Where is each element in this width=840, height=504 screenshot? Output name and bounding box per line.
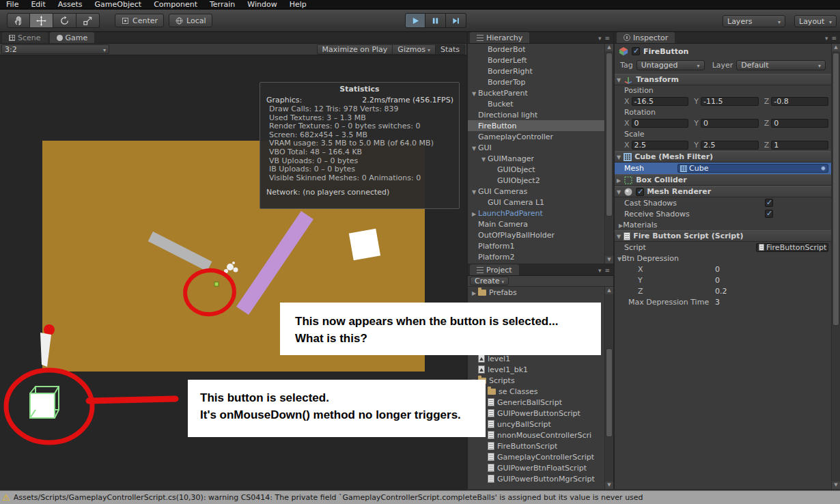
local-button[interactable]: Local <box>169 14 212 27</box>
menu-terrain[interactable]: Terrain <box>204 0 241 10</box>
move-tool-button[interactable] <box>30 13 53 28</box>
layout-dropdown[interactable]: Layout <box>794 15 837 27</box>
center-button[interactable]: Center <box>115 14 164 27</box>
scale-x-field[interactable]: 2.5 <box>632 141 689 150</box>
scale-tool-button[interactable] <box>76 13 100 28</box>
menu-file[interactable]: File <box>0 0 25 10</box>
menu-component[interactable]: Component <box>148 0 204 10</box>
hierarchy-item-selected[interactable]: FireButton <box>468 120 604 131</box>
tab-scene[interactable]: Scene <box>2 32 48 43</box>
hierarchy-item[interactable]: Platform2 <box>468 251 604 262</box>
position-y-field[interactable]: -11.5 <box>701 97 759 106</box>
foldout-arrow[interactable] <box>617 75 621 84</box>
panel-menu-icon[interactable] <box>598 35 611 42</box>
active-checkbox[interactable] <box>632 47 640 55</box>
project-item-script[interactable]: GenericBallScript <box>468 397 604 408</box>
mesh-field-row-selected[interactable]: Mesh Cube <box>615 163 831 174</box>
btn-depression-z-value[interactable]: 0.2 <box>715 287 727 296</box>
mesh-object-field[interactable]: Cube <box>677 164 828 173</box>
mesh-renderer-header[interactable]: Mesh Renderer <box>615 186 831 197</box>
layers-dropdown[interactable]: Layers <box>723 15 785 27</box>
tab-hierarchy[interactable]: Hierarchy <box>470 32 529 43</box>
project-item-script[interactable]: FireButtonScript <box>468 440 604 451</box>
btn-depression-row[interactable]: Btn Depression <box>615 253 831 264</box>
rotation-x-field[interactable]: 0 <box>632 119 689 128</box>
scroll-down-icon[interactable] <box>832 481 840 489</box>
scrollbar-thumb[interactable] <box>832 53 839 326</box>
hierarchy-item[interactable]: GUI <box>468 142 604 153</box>
layer-dropdown[interactable]: Default <box>736 60 826 70</box>
foldout-arrow[interactable] <box>470 143 478 152</box>
maximize-on-play-button[interactable]: Maximize on Play <box>317 44 393 55</box>
gizmos-button[interactable]: Gizmos <box>393 44 436 55</box>
hierarchy-scrollbar[interactable] <box>604 44 613 264</box>
pause-button[interactable] <box>425 13 446 28</box>
foldout-arrow[interactable] <box>470 187 478 196</box>
menu-window[interactable]: Window <box>241 0 283 10</box>
project-item-scene[interactable]: level1_bk1 <box>468 364 604 375</box>
hierarchy-item[interactable]: BucketParent <box>468 87 604 98</box>
fire-button-script-header[interactable]: Fire Button Script (Script) <box>615 230 831 242</box>
panel-menu-icon[interactable] <box>825 35 837 42</box>
status-bar[interactable]: Assets/Scripts/GameplayControllerScript.… <box>0 490 840 504</box>
hierarchy-item[interactable]: GUI Cameras <box>468 186 604 197</box>
scroll-up-icon[interactable] <box>832 44 840 51</box>
project-item-script[interactable]: nnonMouseControllerScri <box>468 430 604 440</box>
foldout-arrow[interactable] <box>617 232 621 240</box>
menu-gameobject[interactable]: GameObject <box>89 0 148 10</box>
aspect-ratio-dropdown[interactable]: 3:2 <box>1 44 109 54</box>
scroll-up-icon[interactable] <box>605 287 613 294</box>
tab-project[interactable]: Project <box>470 264 519 275</box>
panel-menu-icon[interactable] <box>598 267 611 274</box>
hierarchy-item[interactable]: GUIObject2 <box>468 175 604 186</box>
hierarchy-item[interactable]: GUI Camera L1 <box>468 197 604 208</box>
materials-row[interactable]: Materials <box>615 219 831 230</box>
object-name-field[interactable]: FireButton <box>643 47 688 56</box>
scale-y-field[interactable]: 2.5 <box>701 141 759 150</box>
menu-help[interactable]: Help <box>283 0 313 10</box>
step-button[interactable] <box>446 13 466 28</box>
hierarchy-item-prefab[interactable]: LaunchPadParent <box>468 208 604 219</box>
hierarchy-item[interactable]: GUIManager <box>468 153 604 164</box>
rotation-z-field[interactable]: 0 <box>771 119 828 128</box>
script-object-field[interactable]: FireButtonScript <box>756 243 828 252</box>
max-depression-value[interactable]: 3 <box>715 298 720 307</box>
create-button[interactable]: Create <box>470 277 509 285</box>
hierarchy-item[interactable]: Platform1 <box>468 240 604 251</box>
foldout-arrow[interactable] <box>617 152 621 161</box>
object-picker-icon[interactable] <box>821 166 826 171</box>
project-item-folder[interactable]: Scripts <box>468 375 604 386</box>
hand-tool-button[interactable] <box>7 13 30 28</box>
hierarchy-item[interactable]: BorderLeft <box>468 55 604 66</box>
hierarchy-item[interactable]: OutOfPlayBallHolder <box>468 229 604 240</box>
menu-edit[interactable]: Edit <box>25 0 51 10</box>
rotation-y-field[interactable]: 0 <box>701 119 759 128</box>
project-item-script[interactable]: GUIPowerButtonMgrScript <box>468 473 604 484</box>
component-enabled-checkbox[interactable] <box>636 188 644 196</box>
project-item-folder[interactable]: Prefabs <box>468 287 604 298</box>
foldout-arrow[interactable] <box>479 154 488 163</box>
foldout-arrow[interactable] <box>470 89 478 98</box>
project-item-folder[interactable]: se Classes <box>468 386 604 397</box>
hierarchy-item[interactable]: Bucket <box>468 98 604 109</box>
foldout-arrow[interactable] <box>617 187 621 196</box>
project-item-script[interactable]: GameplayControllerScript <box>468 451 604 462</box>
hierarchy-item[interactable]: GameplayController <box>468 131 604 142</box>
scrollbar-thumb[interactable] <box>606 53 613 216</box>
play-button[interactable] <box>405 13 425 28</box>
transform-header[interactable]: Transform <box>615 74 831 85</box>
tag-dropdown[interactable]: Untagged <box>636 60 705 70</box>
position-x-field[interactable]: -16.5 <box>632 97 689 106</box>
tab-inspector[interactable]: Inspector <box>617 32 675 43</box>
inspector-scrollbar[interactable] <box>831 44 840 489</box>
cast-shadows-checkbox[interactable] <box>765 199 773 207</box>
foldout-arrow[interactable] <box>617 176 621 184</box>
tab-game[interactable]: Game <box>50 32 95 43</box>
menu-assets[interactable]: Assets <box>52 0 89 10</box>
position-z-field[interactable]: -0.8 <box>771 97 828 106</box>
scroll-down-icon[interactable] <box>605 256 613 264</box>
mesh-filter-header[interactable]: Cube (Mesh Filter) <box>615 151 831 163</box>
project-item-script[interactable]: GUIPowerBtnFloatScript <box>468 462 604 473</box>
hierarchy-item[interactable]: BorderRight <box>468 66 604 76</box>
stats-button[interactable]: Stats <box>436 44 465 55</box>
